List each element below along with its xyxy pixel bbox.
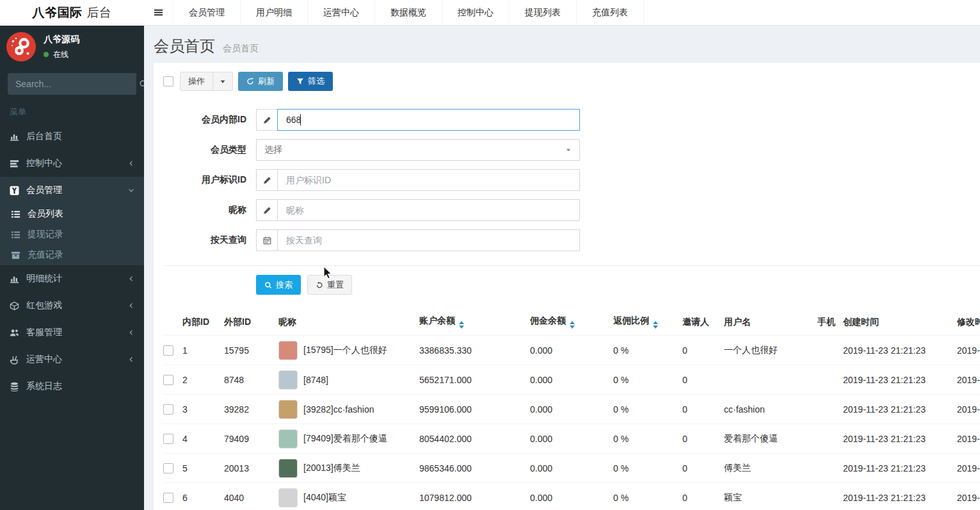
sidebar-item-system-logs[interactable]: 系统日志 (0, 373, 144, 400)
cell-username: cc·fashion (724, 395, 817, 424)
topnav-tab-5[interactable]: 控制中心 (442, 0, 510, 25)
row-checkbox[interactable] (163, 434, 173, 444)
pencil-icon (256, 109, 277, 131)
header-cell-rebate[interactable]: 返佣比例 (613, 310, 682, 336)
select-member-type[interactable]: 选择 (256, 139, 580, 161)
sidebar-item-label: 控制中心 (26, 158, 62, 169)
sidebar-item-redpacket-games[interactable]: 红包游戏 (0, 292, 144, 319)
form-label-query-by-day: 按天查询 (163, 234, 246, 246)
sidebar-item-service-management[interactable]: 客服管理 (0, 319, 144, 346)
table-row-3: 339282[39282]cc·fashion9599106.0000.0000… (163, 395, 980, 424)
input-user-identify-id[interactable] (277, 169, 580, 191)
action-button[interactable]: 操作 (180, 72, 213, 91)
row-checkbox[interactable] (163, 493, 173, 503)
select-all-checkbox[interactable] (163, 76, 173, 86)
topnav-tab-4[interactable]: 数据概览 (375, 0, 442, 25)
topnav-tabs: 会员管理用户明细运营中心数据概览控制中心提现列表充值列表 (173, 0, 644, 25)
row-checkbox[interactable] (163, 375, 173, 385)
cell-rebate: 0 % (613, 454, 682, 483)
undo-icon (316, 281, 323, 289)
sidebar-item-member-management[interactable]: 会员管理 (0, 177, 144, 204)
sidebar-subitem-recharge-records[interactable]: 充值记录 (0, 245, 144, 265)
filter-button-label: 筛选 (308, 76, 325, 87)
input-group-nickname (256, 199, 580, 221)
cell-rebate: 0 % (613, 365, 682, 395)
topnav-tab-6[interactable]: 提现列表 (510, 0, 577, 25)
user-status: 在线 (44, 49, 79, 60)
chevron-left-icon (128, 356, 134, 363)
cell-phone (817, 454, 843, 483)
search-icon[interactable] (139, 79, 144, 88)
sidebar-item-label: 会员管理 (26, 185, 62, 196)
sidebar-search-input[interactable] (8, 79, 139, 89)
sidebar-item-dashboard[interactable]: 后台首页 (0, 123, 144, 150)
user-avatar (6, 32, 36, 62)
cell-modified: 2019-1 (957, 365, 980, 395)
header-cell-inviter: 邀请人 (682, 310, 724, 336)
search-button[interactable]: 搜索 (256, 275, 301, 295)
header-cell-commission[interactable]: 佣金余额 (530, 310, 613, 336)
cell-commission: 0.000 (530, 424, 613, 454)
sidebar-item-operation-center[interactable]: 运营中心 (0, 346, 144, 373)
chevron-down-icon (128, 187, 134, 193)
sort-icon (459, 321, 464, 329)
sidebar-item-detail-stats[interactable]: 明细统计 (0, 265, 144, 292)
chart-icon (10, 132, 26, 142)
sidebar-subitem-member-list[interactable]: 会员列表 (0, 204, 144, 224)
cell-inviter: 0 (682, 395, 724, 424)
content-header: 会员首页 会员首页 (144, 26, 980, 63)
row-checkbox[interactable] (163, 345, 173, 356)
cell-inviter: 0 (682, 483, 724, 510)
menu-group-dashboard: 后台首页 (0, 123, 144, 150)
refresh-button[interactable]: 刷新 (238, 72, 283, 91)
cell-balance: 8054402.000 (419, 424, 530, 454)
hand-icon (10, 355, 26, 365)
cell-created: 2019-11-23 21:21:23 (843, 483, 957, 510)
cell-username (724, 365, 817, 395)
reset-button[interactable]: 重置 (307, 275, 352, 295)
filter-button[interactable]: 筛选 (288, 72, 333, 91)
menu-group-redpacket-games: 红包游戏 (0, 292, 144, 319)
content-box: 操作 刷新 (154, 63, 980, 510)
input-member-internal-id[interactable] (277, 109, 580, 131)
row-checkbox[interactable] (163, 463, 173, 473)
database-icon (10, 382, 26, 391)
submenu-member-management: 会员列表提现记录充值记录 (0, 204, 144, 265)
sidebar-toggle-button[interactable] (144, 0, 173, 25)
input-nickname[interactable] (277, 199, 580, 221)
header-cell-checkbox (163, 310, 182, 336)
sidebar-item-label: 客服管理 (26, 327, 62, 338)
member-avatar (278, 459, 298, 478)
topnav-tab-7[interactable]: 充值列表 (577, 0, 644, 25)
online-dot-icon (44, 52, 49, 57)
topnav-tab-3[interactable]: 运营中心 (308, 0, 375, 25)
action-dropdown-button[interactable] (213, 72, 233, 91)
cell-ext-id: 20013 (224, 454, 278, 483)
input-query-by-day[interactable] (277, 229, 580, 251)
topnav-tab-1[interactable]: 会员管理 (173, 0, 241, 25)
cell-id: 6 (182, 483, 224, 510)
cell-phone (817, 365, 843, 395)
sidebar-item-control-center[interactable]: 控制中心 (0, 150, 144, 177)
cell-phone (817, 424, 843, 454)
row-checkbox[interactable] (163, 404, 173, 415)
header-cell-username: 用户名 (724, 310, 817, 336)
cell-username: 颖宝 (724, 483, 817, 510)
cell-inviter: 0 (682, 454, 724, 483)
cell-id: 2 (182, 365, 224, 395)
cell-nickname: [39282]cc·fashion (303, 404, 374, 415)
form-row-member-internal-id: 会员内部ID (163, 109, 980, 131)
sidebar-subitem-withdraw-records[interactable]: 提现记录 (0, 224, 144, 245)
cell-modified: 2019-1 (957, 395, 980, 424)
refresh-icon (246, 78, 254, 85)
cell-balance: 1079812.000 (419, 483, 530, 510)
header-cell-balance[interactable]: 账户余额 (419, 310, 530, 336)
cell-balance: 9865346.000 (419, 454, 530, 483)
header-cell-created: 创建时间 (843, 310, 957, 336)
form-label-nickname: 昵称 (163, 204, 246, 216)
chevron-left-icon (128, 302, 134, 309)
hamburger-icon (154, 8, 163, 17)
caret-down-icon (565, 147, 572, 153)
topnav-tab-2[interactable]: 用户明细 (241, 0, 308, 25)
pencil-icon (256, 199, 277, 221)
